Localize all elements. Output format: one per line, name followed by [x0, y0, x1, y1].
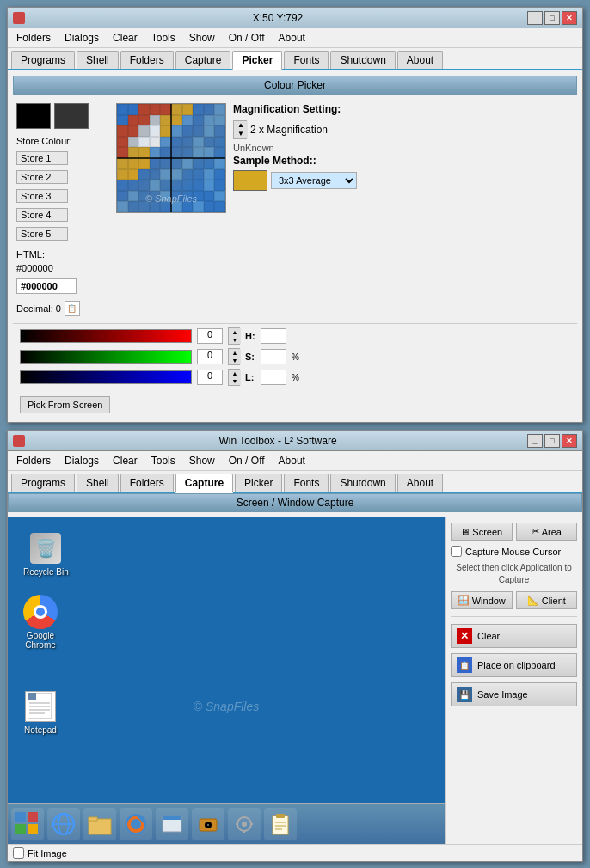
menu-folders-1[interactable]: Folders [11, 30, 56, 46]
desktop-icon-chrome[interactable]: GoogleChrome [23, 595, 58, 650]
taskbar-explorer[interactable] [156, 808, 188, 840]
tab-capture-1[interactable]: Capture [175, 51, 231, 69]
slider-blue[interactable] [20, 370, 192, 384]
mag-value: 2 x Magnification [250, 124, 328, 136]
clipboard-button[interactable]: 📋 Place on clipboard [451, 653, 577, 677]
taskbar-firefox[interactable] [120, 808, 152, 840]
h-value-input[interactable] [261, 328, 286, 344]
mag-spinner[interactable]: ▲ ▼ [233, 120, 247, 139]
tab-shutdown-2[interactable]: Shutdown [330, 474, 395, 492]
taskbar-ie[interactable]: e [47, 808, 80, 840]
menu-dialogs-1[interactable]: Dialogs [59, 30, 104, 46]
taskbar-clipboard[interactable] [264, 808, 297, 840]
close-button-2[interactable]: ✕ [562, 434, 577, 448]
sample-row: 3x3 Average [233, 170, 574, 191]
fit-image-checkbox[interactable] [13, 847, 24, 859]
minimize-button-2[interactable]: _ [527, 434, 543, 448]
store2-button[interactable]: Store 2 [16, 170, 68, 184]
mag-down[interactable]: ▼ [234, 130, 248, 138]
tab-capture-2[interactable]: Capture [175, 474, 233, 493]
screen-label: Screen [472, 527, 502, 537]
r-spinner[interactable]: ▲ ▼ [228, 327, 240, 345]
menu-about-1[interactable]: About [273, 30, 310, 46]
menu-clear-1[interactable]: Clear [108, 30, 143, 46]
clear-button[interactable]: ✕ Clear [451, 624, 577, 648]
b-value-input[interactable]: 0 [197, 370, 223, 385]
store5-button[interactable]: Store 5 [16, 227, 68, 241]
tab-fonts-2[interactable]: Fonts [284, 474, 329, 492]
r-down[interactable]: ▼ [229, 336, 241, 344]
menu-about-2[interactable]: About [273, 453, 310, 468]
taskbar-media[interactable] [192, 808, 224, 840]
tab-about-1[interactable]: About [397, 51, 443, 69]
tab-fonts-1[interactable]: Fonts [284, 51, 329, 69]
store3-button[interactable]: Store 3 [16, 189, 68, 203]
slider-red[interactable] [20, 329, 192, 343]
menu-folders-2[interactable]: Folders [11, 453, 56, 468]
svg-rect-7 [28, 812, 38, 822]
taskbar-folder[interactable] [83, 808, 116, 840]
window2: Win Toolbox - L² Software _ □ ✕ Folders … [7, 430, 583, 862]
minimize-button-1[interactable]: _ [527, 11, 543, 25]
l-value-input[interactable] [261, 370, 286, 385]
tab-programs-2[interactable]: Programs [11, 474, 75, 492]
screen-button[interactable]: 🖥 Screen [451, 523, 513, 541]
pick-screen-button[interactable]: Pick From Screen [20, 396, 110, 413]
taskbar-start[interactable] [11, 808, 44, 840]
copy-clipboard-icon[interactable]: 📋 [65, 301, 80, 316]
section-header-capture: Screen / Window Capture [8, 493, 582, 512]
desktop-icon-notepad[interactable]: Notepad [23, 689, 58, 735]
hex-box[interactable]: #000000 [16, 278, 77, 294]
menu-onoff-2[interactable]: On / Off [224, 453, 270, 468]
menu-show-2[interactable]: Show [184, 453, 220, 468]
tab-folders-2[interactable]: Folders [120, 474, 174, 492]
l-pct: % [292, 373, 299, 382]
b-up[interactable]: ▲ [229, 370, 241, 377]
r-up[interactable]: ▲ [229, 328, 241, 336]
tab-shell-1[interactable]: Shell [77, 51, 119, 69]
capture-mouse-checkbox[interactable] [451, 546, 462, 557]
menu-show-1[interactable]: Show [184, 30, 220, 46]
g-up[interactable]: ▲ [229, 349, 241, 357]
sample-method-label: Sample Method:: [233, 155, 574, 167]
menu-tools-1[interactable]: Tools [146, 30, 181, 46]
g-down[interactable]: ▼ [229, 357, 241, 364]
b-spinner[interactable]: ▲ ▼ [228, 369, 240, 386]
svg-rect-9 [28, 824, 38, 834]
tab-picker-1[interactable]: Picker [232, 51, 282, 70]
mag-up[interactable]: ▲ [234, 121, 248, 130]
menu-dialogs-2[interactable]: Dialogs [59, 453, 104, 468]
r-value-input[interactable]: 0 [197, 328, 223, 344]
tab-shell-2[interactable]: Shell [77, 474, 119, 492]
menu-tools-2[interactable]: Tools [146, 453, 181, 468]
select-hint: Select then click Application to Capture [451, 562, 577, 586]
menu-onoff-1[interactable]: On / Off [224, 30, 270, 46]
tab-folders-1[interactable]: Folders [120, 51, 174, 69]
g-spinner[interactable]: ▲ ▼ [228, 348, 240, 365]
store1-button[interactable]: Store 1 [16, 151, 68, 165]
s-value-input[interactable] [261, 349, 286, 364]
title-bar-1: X:50 Y:792 _ □ ✕ [8, 8, 582, 28]
desktop-icon-recycle[interactable]: 🗑️ Recycle Bin [23, 531, 69, 577]
taskbar-tools[interactable] [228, 808, 261, 840]
sample-select[interactable]: 3x3 Average [271, 172, 357, 189]
g-value-input[interactable]: 0 [197, 349, 223, 364]
capture-content: 🗑️ Recycle Bin GoogleChrome [8, 517, 582, 844]
menu-clear-2[interactable]: Clear [108, 453, 143, 468]
tab-shutdown-1[interactable]: Shutdown [330, 51, 395, 69]
save-label: Save Image [477, 689, 528, 700]
tab-about-2[interactable]: About [397, 474, 443, 492]
slider-green[interactable] [20, 350, 192, 364]
area-button[interactable]: ✂ Area [516, 523, 578, 541]
save-image-button[interactable]: 💾 Save Image [451, 682, 577, 706]
window-button[interactable]: 🪟 Window [451, 591, 513, 609]
tab-picker-2[interactable]: Picker [235, 474, 282, 492]
save-icon: 💾 [457, 687, 472, 702]
client-button[interactable]: 📐 Client [516, 591, 578, 609]
maximize-button-2[interactable]: □ [544, 434, 560, 448]
maximize-button-1[interactable]: □ [544, 11, 560, 25]
store4-button[interactable]: Store 4 [16, 208, 68, 222]
b-down[interactable]: ▼ [229, 377, 241, 385]
tab-programs-1[interactable]: Programs [11, 51, 75, 69]
close-button-1[interactable]: ✕ [562, 11, 577, 25]
